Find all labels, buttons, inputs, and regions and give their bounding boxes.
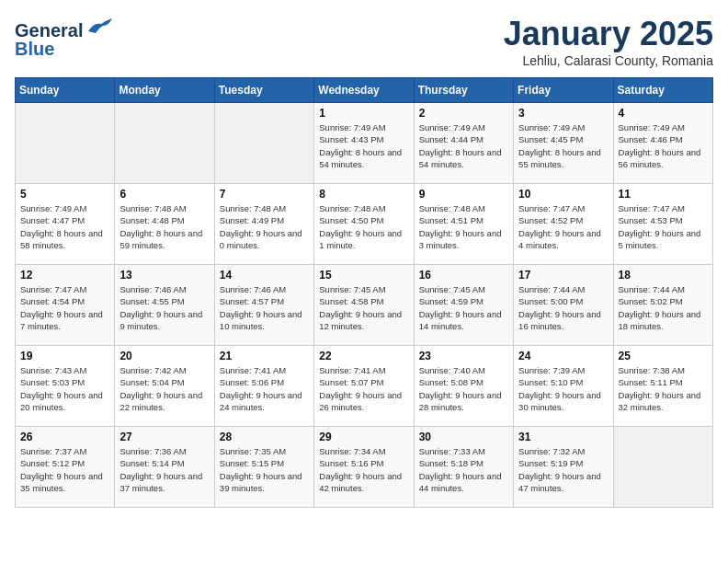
calendar-cell: 15Sunrise: 7:45 AM Sunset: 4:58 PM Dayli… [314,265,414,346]
day-number: 16 [419,269,508,282]
day-number: 18 [619,269,708,282]
day-number: 11 [619,188,708,201]
calendar-week-row: 12Sunrise: 7:47 AM Sunset: 4:54 PM Dayli… [16,265,713,346]
day-info: Sunrise: 7:41 AM Sunset: 5:06 PM Dayligh… [220,364,309,413]
month-title: January 2025 [504,15,713,53]
day-info: Sunrise: 7:44 AM Sunset: 5:00 PM Dayligh… [518,283,608,332]
calendar-header: SundayMondayTuesdayWednesdayThursdayFrid… [16,78,713,103]
calendar-cell: 3Sunrise: 7:49 AM Sunset: 4:45 PM Daylig… [514,103,613,184]
calendar-cell: 20Sunrise: 7:42 AM Sunset: 5:04 PM Dayli… [115,346,214,427]
day-info: Sunrise: 7:32 AM Sunset: 5:19 PM Dayligh… [518,445,608,494]
day-number: 29 [319,431,408,443]
logo-text: General [15,15,114,40]
calendar-cell: 8Sunrise: 7:48 AM Sunset: 4:50 PM Daylig… [314,184,414,265]
logo-area: General Blue [15,15,114,59]
calendar-cell: 13Sunrise: 7:46 AM Sunset: 4:55 PM Dayli… [115,265,214,346]
day-number: 19 [20,350,109,362]
day-number: 22 [319,350,408,362]
day-info: Sunrise: 7:36 AM Sunset: 5:14 PM Dayligh… [119,445,209,494]
calendar-cell: 28Sunrise: 7:35 AM Sunset: 5:15 PM Dayli… [214,427,313,508]
day-number: 25 [619,350,708,362]
logo-bird-icon [86,15,114,37]
calendar-cell: 1Sunrise: 7:49 AM Sunset: 4:43 PM Daylig… [314,103,414,184]
day-info: Sunrise: 7:44 AM Sunset: 5:02 PM Dayligh… [619,283,708,332]
day-number: 26 [20,431,109,443]
calendar-cell [214,103,313,184]
day-number: 1 [319,107,408,120]
day-info: Sunrise: 7:37 AM Sunset: 5:12 PM Dayligh… [20,445,109,494]
day-number: 21 [220,350,309,362]
calendar-cell: 26Sunrise: 7:37 AM Sunset: 5:12 PM Dayli… [16,427,115,508]
day-number: 17 [518,269,608,282]
day-info: Sunrise: 7:38 AM Sunset: 5:11 PM Dayligh… [619,364,708,413]
weekday-header-monday: Monday [115,78,214,103]
day-number: 8 [319,188,408,201]
day-number: 9 [419,188,508,201]
calendar-cell: 29Sunrise: 7:34 AM Sunset: 5:16 PM Dayli… [314,427,414,508]
header: General Blue January 2025 Lehliu, Calara… [15,15,713,68]
day-number: 3 [518,107,608,120]
day-number: 10 [518,188,608,201]
day-number: 5 [20,188,109,201]
calendar-week-row: 1Sunrise: 7:49 AM Sunset: 4:43 PM Daylig… [16,103,713,184]
day-info: Sunrise: 7:35 AM Sunset: 5:15 PM Dayligh… [220,445,309,494]
weekday-header-thursday: Thursday [414,78,513,103]
day-number: 14 [220,269,309,282]
calendar-cell: 21Sunrise: 7:41 AM Sunset: 5:06 PM Dayli… [214,346,313,427]
calendar-cell [16,103,115,184]
calendar-cell: 9Sunrise: 7:48 AM Sunset: 4:51 PM Daylig… [414,184,513,265]
day-number: 12 [20,269,109,282]
weekday-header-wednesday: Wednesday [314,78,414,103]
calendar-cell: 4Sunrise: 7:49 AM Sunset: 4:46 PM Daylig… [613,103,712,184]
day-info: Sunrise: 7:49 AM Sunset: 4:47 PM Dayligh… [20,202,109,251]
calendar-cell: 14Sunrise: 7:46 AM Sunset: 4:57 PM Dayli… [214,265,313,346]
day-number: 23 [419,350,508,362]
day-number: 30 [419,431,508,443]
day-number: 7 [220,188,309,201]
calendar-cell: 22Sunrise: 7:41 AM Sunset: 5:07 PM Dayli… [314,346,414,427]
location-subtitle: Lehliu, Calarasi County, Romania [504,53,713,68]
calendar-cell: 25Sunrise: 7:38 AM Sunset: 5:11 PM Dayli… [613,346,712,427]
calendar-cell: 18Sunrise: 7:44 AM Sunset: 5:02 PM Dayli… [613,265,712,346]
calendar-cell: 7Sunrise: 7:48 AM Sunset: 4:49 PM Daylig… [214,184,313,265]
calendar-cell: 16Sunrise: 7:45 AM Sunset: 4:59 PM Dayli… [414,265,513,346]
calendar-cell: 24Sunrise: 7:39 AM Sunset: 5:10 PM Dayli… [514,346,613,427]
day-number: 28 [220,431,309,443]
day-info: Sunrise: 7:34 AM Sunset: 5:16 PM Dayligh… [319,445,408,494]
title-area: January 2025 Lehliu, Calarasi County, Ro… [504,15,713,68]
logo-blue-text: Blue [15,39,54,59]
calendar-cell: 27Sunrise: 7:36 AM Sunset: 5:14 PM Dayli… [115,427,214,508]
day-info: Sunrise: 7:47 AM Sunset: 4:54 PM Dayligh… [20,283,109,332]
calendar-cell: 17Sunrise: 7:44 AM Sunset: 5:00 PM Dayli… [514,265,613,346]
weekday-header-tuesday: Tuesday [214,78,313,103]
day-number: 24 [518,350,608,362]
calendar-cell: 5Sunrise: 7:49 AM Sunset: 4:47 PM Daylig… [16,184,115,265]
calendar-week-row: 26Sunrise: 7:37 AM Sunset: 5:12 PM Dayli… [16,427,713,508]
day-info: Sunrise: 7:41 AM Sunset: 5:07 PM Dayligh… [319,364,408,413]
day-info: Sunrise: 7:48 AM Sunset: 4:49 PM Dayligh… [220,202,309,251]
calendar-cell [613,427,712,508]
calendar-body: 1Sunrise: 7:49 AM Sunset: 4:43 PM Daylig… [16,103,713,508]
calendar-cell: 2Sunrise: 7:49 AM Sunset: 4:44 PM Daylig… [414,103,513,184]
calendar-cell [115,103,214,184]
day-info: Sunrise: 7:47 AM Sunset: 4:53 PM Dayligh… [619,202,708,251]
day-number: 31 [518,431,608,443]
day-number: 2 [419,107,508,120]
day-number: 27 [119,431,209,443]
day-info: Sunrise: 7:49 AM Sunset: 4:43 PM Dayligh… [319,121,408,170]
day-number: 4 [619,107,708,120]
day-info: Sunrise: 7:43 AM Sunset: 5:03 PM Dayligh… [20,364,109,413]
day-number: 6 [119,188,209,201]
weekday-header-row: SundayMondayTuesdayWednesdayThursdayFrid… [16,78,713,103]
day-info: Sunrise: 7:49 AM Sunset: 4:46 PM Dayligh… [619,121,708,170]
day-info: Sunrise: 7:48 AM Sunset: 4:48 PM Dayligh… [119,202,209,251]
calendar-table: SundayMondayTuesdayWednesdayThursdayFrid… [15,77,713,508]
calendar-week-row: 19Sunrise: 7:43 AM Sunset: 5:03 PM Dayli… [16,346,713,427]
calendar-cell: 10Sunrise: 7:47 AM Sunset: 4:52 PM Dayli… [514,184,613,265]
day-info: Sunrise: 7:42 AM Sunset: 5:04 PM Dayligh… [119,364,209,413]
weekday-header-friday: Friday [514,78,613,103]
day-info: Sunrise: 7:48 AM Sunset: 4:50 PM Dayligh… [319,202,408,251]
calendar-cell: 23Sunrise: 7:40 AM Sunset: 5:08 PM Dayli… [414,346,513,427]
calendar-cell: 12Sunrise: 7:47 AM Sunset: 4:54 PM Dayli… [16,265,115,346]
day-info: Sunrise: 7:39 AM Sunset: 5:10 PM Dayligh… [518,364,608,413]
